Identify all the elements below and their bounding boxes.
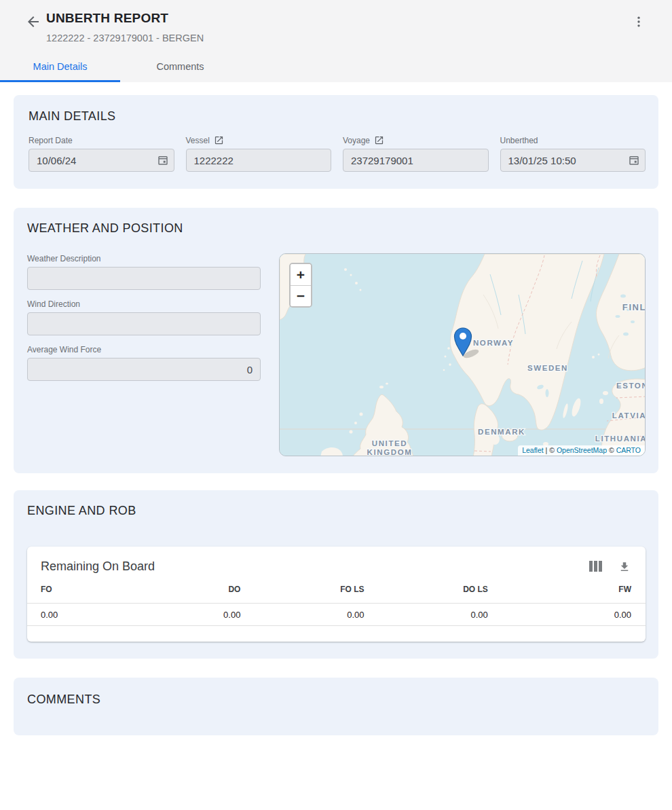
map-zoom-control: + − bbox=[289, 263, 312, 308]
tab-bar: Main Details Comments bbox=[0, 52, 240, 82]
zoom-in-button[interactable]: + bbox=[291, 264, 311, 285]
open-in-new-icon[interactable] bbox=[214, 135, 224, 145]
report-date-input[interactable] bbox=[29, 149, 174, 172]
unberthed-field: Unberthed bbox=[500, 135, 646, 172]
engine-rob-section: ENGINE AND ROB Remaining On Board bbox=[14, 490, 658, 659]
tab-main-details[interactable]: Main Details bbox=[0, 52, 120, 82]
report-body: MAIN DETAILS Report Date Vessel bbox=[0, 95, 672, 735]
svg-text:LATVIA: LATVIA bbox=[612, 411, 646, 420]
tab-comments[interactable]: Comments bbox=[120, 52, 240, 82]
col-header-fw: FW bbox=[522, 585, 646, 594]
remaining-on-board-card: Remaining On Board FO DO bbox=[27, 547, 646, 642]
report-date-field: Report Date bbox=[29, 135, 174, 172]
zoom-out-button[interactable]: − bbox=[291, 285, 311, 306]
main-details-section: MAIN DETAILS Report Date Vessel bbox=[14, 95, 658, 189]
open-in-new-icon[interactable] bbox=[374, 135, 384, 145]
carto-link[interactable]: CARTO bbox=[616, 446, 641, 454]
rob-value-fols: 0.00 bbox=[274, 610, 398, 620]
voyage-field: Voyage bbox=[343, 135, 489, 172]
kebab-menu-icon bbox=[632, 21, 646, 31]
svg-text:KINGDOM: KINGDOM bbox=[367, 448, 413, 456]
svg-text:ESTONI: ESTONI bbox=[616, 382, 646, 390]
position-map[interactable]: D NORWAY SWEDEN FINLA ESTONI LATVIA LITH… bbox=[279, 253, 646, 456]
page-subtitle: 1222222 - 23729179001 - BERGEN bbox=[46, 33, 204, 43]
wind-direction-field: Wind Direction bbox=[27, 299, 261, 335]
rob-value-fw: 0.00 bbox=[522, 610, 646, 620]
average-wind-force-field: Average Wind Force bbox=[27, 344, 261, 381]
wind-direction-input[interactable] bbox=[27, 312, 261, 335]
col-header-fo: FO bbox=[27, 585, 151, 594]
column-settings-button[interactable] bbox=[589, 561, 602, 573]
calendar-icon bbox=[157, 154, 169, 169]
col-header-dols: DO LS bbox=[398, 585, 522, 594]
download-button[interactable] bbox=[618, 561, 631, 573]
leaflet-link[interactable]: Leaflet bbox=[522, 446, 544, 454]
openstreetmap-link[interactable]: OpenStreetMap bbox=[557, 446, 607, 454]
map-canvas: D NORWAY SWEDEN FINLA ESTONI LATVIA LITH… bbox=[280, 254, 646, 456]
svg-text:D: D bbox=[280, 268, 280, 276]
col-header-fols: FO LS bbox=[274, 585, 398, 594]
vessel-field: Vessel bbox=[186, 135, 332, 172]
svg-text:LITHUANIA: LITHUANIA bbox=[595, 435, 646, 443]
back-button[interactable] bbox=[24, 14, 42, 31]
svg-text:NORWAY: NORWAY bbox=[473, 339, 514, 347]
rob-table-row: 0.00 0.00 0.00 0.00 0.00 bbox=[27, 604, 646, 626]
comments-heading: COMMENTS bbox=[27, 693, 645, 707]
download-icon bbox=[618, 565, 631, 575]
main-details-heading: MAIN DETAILS bbox=[29, 109, 646, 124]
report-header: UNBERTH REPORT 1222222 - 23729179001 - B… bbox=[0, 0, 672, 82]
svg-text:UNITED: UNITED bbox=[372, 439, 407, 447]
rob-value-fo: 0.00 bbox=[27, 610, 151, 620]
map-attribution: Leaflet | © OpenStreetMap © CARTO bbox=[518, 445, 645, 456]
svg-text:DENMARK: DENMARK bbox=[478, 428, 525, 436]
svg-text:FINLA: FINLA bbox=[622, 302, 646, 312]
comments-section: COMMENTS bbox=[14, 678, 658, 735]
weather-description-field: Weather Description bbox=[27, 253, 261, 290]
more-options-button[interactable] bbox=[631, 14, 646, 31]
weather-heading: WEATHER AND POSITION bbox=[27, 221, 646, 236]
rob-value-dols: 0.00 bbox=[398, 610, 522, 620]
voyage-input[interactable] bbox=[343, 149, 489, 172]
weather-description-input[interactable] bbox=[27, 267, 261, 290]
weather-position-section: WEATHER AND POSITION Weather Description… bbox=[14, 208, 658, 473]
arrow-back-icon bbox=[25, 22, 41, 32]
col-header-do: DO bbox=[151, 585, 274, 594]
calendar-icon bbox=[628, 154, 640, 169]
rob-value-do: 0.00 bbox=[151, 610, 274, 620]
engine-rob-heading: ENGINE AND ROB bbox=[27, 504, 646, 518]
vessel-input[interactable] bbox=[186, 149, 332, 172]
rob-table-header: FO DO FO LS DO LS FW bbox=[27, 585, 646, 604]
svg-text:SWEDEN: SWEDEN bbox=[527, 364, 568, 372]
rob-card-title: Remaining On Board bbox=[41, 559, 155, 574]
unberthed-input[interactable] bbox=[500, 149, 646, 172]
page-title: UNBERTH REPORT bbox=[46, 11, 168, 26]
view-column-icon bbox=[589, 564, 602, 574]
average-wind-force-input[interactable] bbox=[27, 358, 261, 381]
